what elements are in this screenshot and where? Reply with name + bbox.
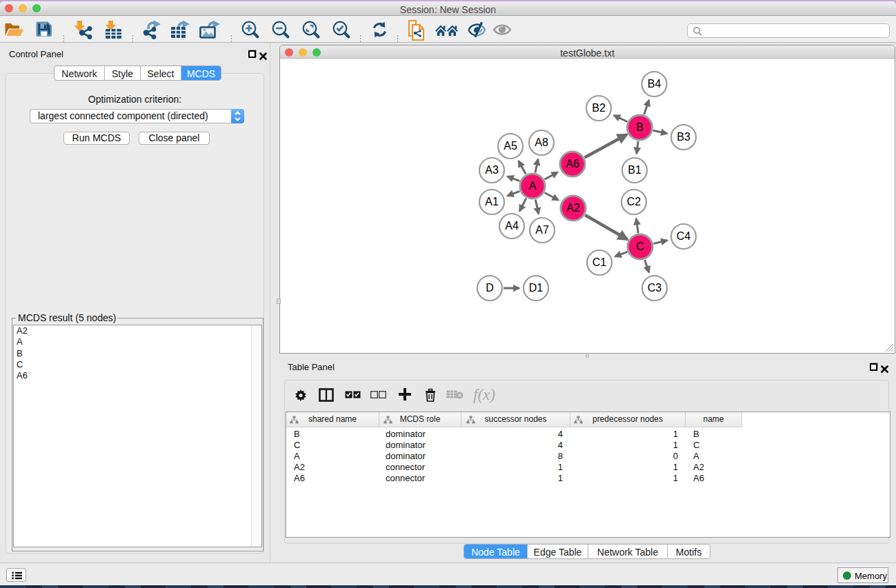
svg-text:A4: A4	[505, 220, 519, 232]
svg-text:A2: A2	[566, 202, 580, 214]
svg-text:A: A	[529, 180, 537, 192]
svg-text:A1: A1	[485, 196, 499, 207]
svg-text:C1: C1	[593, 256, 607, 268]
svg-text:B4: B4	[648, 78, 661, 90]
svg-text:A3: A3	[485, 164, 499, 176]
svg-text:C2: C2	[627, 196, 641, 207]
svg-text:C: C	[636, 241, 644, 252]
svg-text:B2: B2	[592, 102, 606, 114]
svg-text:D: D	[486, 282, 494, 294]
svg-text:A7: A7	[535, 224, 549, 236]
svg-text:A5: A5	[504, 140, 517, 152]
svg-text:B1: B1	[628, 164, 641, 176]
svg-text:A8: A8	[535, 136, 548, 148]
svg-text:B3: B3	[677, 131, 690, 143]
svg-text:D1: D1	[529, 282, 544, 294]
svg-text:A6: A6	[566, 158, 579, 170]
svg-text:C4: C4	[677, 230, 691, 242]
svg-text:C3: C3	[648, 282, 662, 294]
svg-text:B: B	[636, 121, 644, 133]
